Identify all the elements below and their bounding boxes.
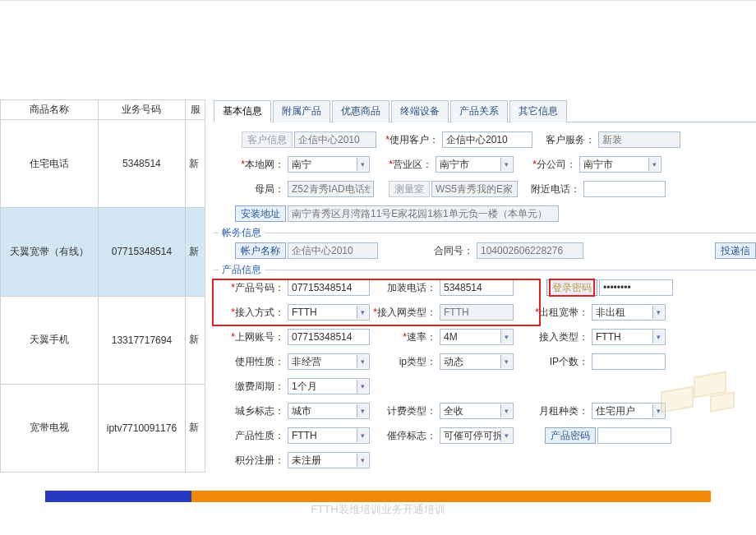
month-rent-kind-label: 月租种类： bbox=[514, 404, 592, 418]
cell-flag: 新 bbox=[186, 296, 205, 384]
cell-flag: 新 bbox=[186, 384, 205, 472]
points-reg-label: 积分注册： bbox=[214, 454, 288, 468]
deliver-button[interactable]: 投递信 bbox=[715, 242, 756, 259]
rate-select[interactable] bbox=[440, 329, 514, 345]
use-customer-label: 使用客户： bbox=[376, 133, 442, 147]
net-acct-input[interactable] bbox=[288, 329, 370, 345]
tab-3[interactable]: 终端设备 bbox=[391, 100, 449, 122]
net-acct-label: 上网账号： bbox=[214, 330, 288, 344]
tab-bar: 基本信息附属产品优惠商品终端设备产品关系其它信息 bbox=[214, 99, 756, 122]
prod-nature-label: 产品性质： bbox=[214, 429, 288, 443]
near-tel-label: 附近电话： bbox=[518, 182, 583, 196]
urban-label: 城乡标志： bbox=[214, 404, 288, 418]
prod-pwd-button[interactable]: 产品密码 bbox=[545, 427, 596, 444]
cell-num: iptv7710091176 bbox=[98, 384, 186, 472]
urge-flag-label: 催停标志： bbox=[370, 429, 440, 443]
product-list-table: 商品名称 业务号码 服 住宅电话 5348514 新天翼宽带（有线） 07715… bbox=[0, 99, 205, 473]
branch-select[interactable] bbox=[579, 156, 662, 173]
cell-flag: 新 bbox=[186, 208, 205, 296]
near-tel-input[interactable] bbox=[583, 181, 666, 197]
contract-label: 合同号： bbox=[378, 244, 477, 258]
access-net-type-input bbox=[440, 304, 514, 321]
bill-type-label: 计费类型： bbox=[370, 404, 440, 418]
local-net-label: 本地网： bbox=[214, 158, 288, 172]
area-button[interactable]: 测量室 bbox=[389, 181, 430, 197]
customer-name bbox=[294, 131, 376, 148]
table-row[interactable]: 天翼宽带（有线） 07715348514 新 bbox=[1, 208, 205, 296]
use-nature-label: 使用性质： bbox=[214, 355, 288, 369]
table-row[interactable]: 天翼手机 13317717694 新 bbox=[1, 296, 205, 384]
cust-svc-input bbox=[598, 131, 680, 148]
bureau-label: 母局： bbox=[214, 182, 288, 196]
rate-label: 速率： bbox=[370, 330, 440, 344]
access-mode-select[interactable] bbox=[288, 304, 370, 321]
use-customer-input[interactable] bbox=[442, 131, 532, 148]
biz-area-select[interactable] bbox=[436, 156, 514, 173]
urban-select[interactable] bbox=[288, 403, 370, 419]
fee-cycle-label: 缴费周期： bbox=[214, 380, 288, 394]
prod-pwd-input[interactable] bbox=[597, 427, 671, 444]
rent-bb-label: 出租宽带： bbox=[514, 306, 592, 320]
biz-area-label: 营业区： bbox=[370, 158, 436, 172]
decoration-icon bbox=[644, 366, 751, 415]
fee-cycle-select[interactable] bbox=[288, 378, 370, 394]
login-pwd-input[interactable] bbox=[599, 279, 673, 296]
area-input bbox=[431, 181, 518, 197]
prod-no-input[interactable] bbox=[288, 279, 370, 296]
points-reg-select[interactable] bbox=[288, 452, 370, 468]
cell-name: 天翼宽带（有线） bbox=[1, 208, 99, 296]
install-addr-button[interactable]: 安装地址 bbox=[235, 205, 286, 222]
footer-text: FTTH装维培训业务开通培训 bbox=[0, 502, 756, 517]
ip-count-label: IP个数： bbox=[514, 355, 592, 369]
cell-name: 宽带电视 bbox=[1, 384, 99, 472]
detail-panel: 基本信息附属产品优惠商品终端设备产品关系其它信息 客户信息 使用客户： 客户服务… bbox=[205, 99, 756, 473]
cell-num: 07715348514 bbox=[98, 208, 186, 296]
cust-svc-label: 客户服务： bbox=[532, 133, 598, 147]
cell-num: 13317717694 bbox=[98, 296, 186, 384]
urge-flag-select[interactable] bbox=[440, 427, 514, 444]
ip-type-label: ip类型： bbox=[370, 355, 440, 369]
access-type-label: 接入类型： bbox=[514, 330, 592, 344]
col-num: 业务号码 bbox=[98, 100, 186, 120]
login-pwd-button[interactable]: 登录密码 bbox=[546, 279, 597, 296]
rent-bb-select[interactable] bbox=[592, 304, 666, 321]
prod-no-label: 产品号码： bbox=[214, 281, 288, 295]
bill-type-select[interactable] bbox=[440, 403, 514, 419]
tab-4[interactable]: 产品关系 bbox=[450, 100, 508, 122]
account-name-input bbox=[288, 242, 378, 259]
contract-input bbox=[477, 242, 583, 259]
cell-flag: 新 bbox=[186, 120, 205, 208]
bureau-input bbox=[288, 181, 374, 197]
customer-info-button[interactable]: 客户信息 bbox=[242, 131, 293, 148]
use-nature-select[interactable] bbox=[288, 353, 370, 370]
cell-name: 住宅电话 bbox=[1, 120, 99, 208]
ip-type-select[interactable] bbox=[440, 353, 514, 370]
table-row[interactable]: 宽带电视 iptv7710091176 新 bbox=[1, 384, 205, 472]
table-row[interactable]: 住宅电话 5348514 新 bbox=[1, 120, 205, 208]
cell-name: 天翼手机 bbox=[1, 296, 99, 384]
tab-0[interactable]: 基本信息 bbox=[214, 100, 271, 122]
tab-1[interactable]: 附属产品 bbox=[273, 100, 330, 122]
prod-nature-select[interactable] bbox=[288, 427, 370, 444]
col-name: 商品名称 bbox=[1, 100, 99, 120]
account-name-button[interactable]: 帐户名称 bbox=[235, 242, 286, 259]
access-type-select[interactable] bbox=[592, 329, 666, 345]
tab-2[interactable]: 优惠商品 bbox=[332, 100, 390, 122]
add-tel-label: 加装电话： bbox=[370, 281, 440, 295]
add-tel-input[interactable] bbox=[440, 279, 514, 296]
branch-label: 分公司： bbox=[514, 158, 579, 172]
local-net-select[interactable] bbox=[288, 156, 370, 173]
access-mode-label: 接入方式： bbox=[214, 306, 288, 320]
install-addr-input bbox=[288, 205, 559, 222]
footer-bar bbox=[45, 491, 711, 502]
tab-5[interactable]: 其它信息 bbox=[509, 100, 567, 122]
col-flag: 服 bbox=[186, 100, 205, 120]
product-section-title: 产品信息 bbox=[219, 263, 265, 277]
access-net-type-label: 接入网类型： bbox=[370, 306, 440, 320]
account-section-title: 帐务信息 bbox=[219, 226, 265, 240]
cell-num: 5348514 bbox=[98, 120, 186, 208]
